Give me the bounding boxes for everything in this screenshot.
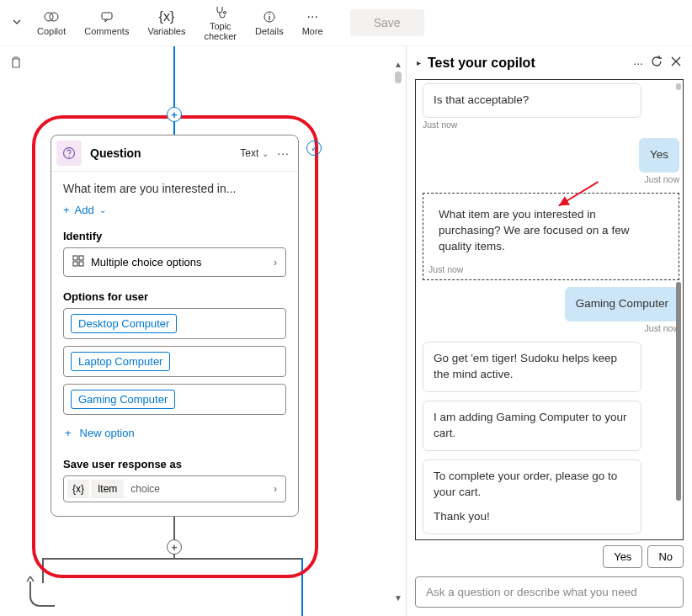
identify-selector[interactable]: Multiple choice options › <box>63 247 286 277</box>
question-icon <box>56 141 82 166</box>
comments-icon <box>100 9 114 24</box>
bot-message: Is that acceptable? <box>423 83 641 118</box>
chat-transcript[interactable]: Is that acceptable? Just now Yes Just no… <box>415 79 684 540</box>
bot-message: I am adding Gaming Computer to your cart… <box>423 401 641 451</box>
variables-button[interactable]: {x} Variables <box>139 6 194 40</box>
new-option-button[interactable]: + New option <box>63 422 286 444</box>
reply-no-button[interactable]: No <box>647 545 684 568</box>
arrow-up-icon <box>25 575 35 585</box>
copilot-button[interactable]: Copilot <box>29 6 74 40</box>
svg-point-1 <box>50 13 58 21</box>
identify-value: Multiple choice options <box>91 256 202 268</box>
quick-replies: Yes No <box>407 540 692 573</box>
check-icon: ✓ <box>306 141 322 156</box>
timestamp: Just now <box>423 323 679 333</box>
plus-icon: + <box>65 427 72 439</box>
chevron-down-icon: ⌄ <box>99 205 106 215</box>
timestamp: Just now <box>423 119 679 130</box>
scrollbar-thumb[interactable] <box>676 83 681 90</box>
chevron-right-icon: › <box>274 483 282 495</box>
bot-message: What item are you interested in purchasi… <box>429 199 647 263</box>
variables-icon: {x} <box>159 9 175 24</box>
variable-icon: {x} <box>67 480 89 498</box>
node-header: Question Text ⌄ ··· <box>51 135 298 172</box>
svg-point-3 <box>223 11 226 13</box>
save-button: Save <box>350 9 424 36</box>
chevron-down-icon[interactable]: ⌄ <box>262 149 269 158</box>
add-node-button[interactable]: + <box>167 539 182 555</box>
user-message: Yes <box>639 138 679 173</box>
scrollbar-thumb[interactable] <box>395 72 402 83</box>
chevron-down-toggle[interactable] <box>7 7 27 39</box>
test-panel: ▸ Test your copilot ··· Is that acceptab… <box>406 46 692 616</box>
option-item[interactable]: Desktop Computer <box>63 308 286 339</box>
grid-icon <box>72 255 84 269</box>
more-icon: ··· <box>307 9 318 24</box>
more-label: More <box>302 26 323 36</box>
copilot-icon <box>44 9 59 24</box>
details-label: Details <box>255 26 284 36</box>
plus-icon: + <box>63 204 70 216</box>
topic-checker-label: Topicchecker <box>204 21 237 41</box>
svg-rect-9 <box>73 256 77 260</box>
canvas[interactable]: + ✓ Question Text ⌄ ··· What item are yo… <box>0 46 406 616</box>
test-panel-title: Test your copilot <box>428 56 626 71</box>
scroll-up-icon[interactable]: ▲ <box>394 60 402 69</box>
bot-message: To complete your order, please go to you… <box>423 459 641 534</box>
scroll-down-icon[interactable]: ▼ <box>394 593 402 603</box>
chat-input[interactable]: Ask a question or describe what you need <box>415 576 684 608</box>
flow-connector <box>301 558 303 616</box>
svg-rect-11 <box>73 262 77 266</box>
info-icon <box>263 9 276 24</box>
node-title: Question <box>90 146 240 160</box>
flow-branch <box>42 558 303 560</box>
topic-checker-button[interactable]: Topicchecker <box>195 1 245 45</box>
timestamp: Just now <box>429 264 673 274</box>
svg-rect-2 <box>102 13 112 19</box>
more-icon[interactable]: ··· <box>633 56 643 70</box>
question-node[interactable]: ✓ Question Text ⌄ ··· What item are you … <box>51 135 299 517</box>
svg-point-5 <box>269 13 270 15</box>
canvas-scrollbar[interactable]: ▲ ▼ <box>392 72 404 591</box>
question-prompt[interactable]: What item are you interested in... <box>63 182 286 195</box>
svg-point-8 <box>68 156 70 157</box>
variable-name: Item <box>91 480 124 498</box>
chevron-right-icon: › <box>274 257 277 268</box>
trash-icon[interactable] <box>8 55 24 73</box>
options-label: Options for user <box>63 290 286 303</box>
collapse-icon[interactable]: ▸ <box>417 58 421 67</box>
details-button[interactable]: Details <box>247 6 292 40</box>
variable-type: choice <box>124 480 167 498</box>
more-button[interactable]: ··· More <box>294 6 332 40</box>
tracked-message-group: What item are you interested in purchasi… <box>423 193 679 281</box>
variables-label: Variables <box>147 26 185 36</box>
add-message-button[interactable]: + Add ⌄ <box>63 204 286 216</box>
option-item[interactable]: Gaming Computer <box>63 384 286 415</box>
bot-message: Go get 'em tiger! Sudoku helps keep the … <box>423 342 641 392</box>
svg-rect-12 <box>79 262 83 266</box>
option-item[interactable]: Laptop Computer <box>63 346 286 377</box>
loop-back-path <box>29 581 55 607</box>
svg-rect-10 <box>79 256 83 260</box>
identify-label: Identify <box>63 230 286 242</box>
comments-label: Comments <box>84 26 129 36</box>
refresh-icon[interactable] <box>650 55 663 71</box>
node-more-icon[interactable]: ··· <box>277 146 290 160</box>
text-mode-label[interactable]: Text <box>240 147 258 159</box>
save-response-label: Save user response as <box>63 458 286 470</box>
svg-rect-6 <box>269 16 269 20</box>
user-message: Gaming Computer <box>565 287 679 321</box>
reply-yes-button[interactable]: Yes <box>603 545 642 568</box>
copilot-label: Copilot <box>37 26 66 36</box>
comments-button[interactable]: Comments <box>76 6 137 40</box>
stethoscope-icon <box>214 4 227 19</box>
add-node-button[interactable]: + <box>167 107 182 122</box>
svg-point-0 <box>45 13 53 21</box>
variable-selector[interactable]: {x} Item choice › <box>63 475 286 502</box>
toolbar: Copilot Comments {x} Variables Topicchec… <box>0 0 692 46</box>
flow-connector <box>173 46 175 135</box>
flow-branch <box>42 558 44 583</box>
scrollbar-thumb[interactable] <box>676 282 681 501</box>
close-icon[interactable] <box>670 56 682 70</box>
timestamp: Just now <box>423 174 679 184</box>
